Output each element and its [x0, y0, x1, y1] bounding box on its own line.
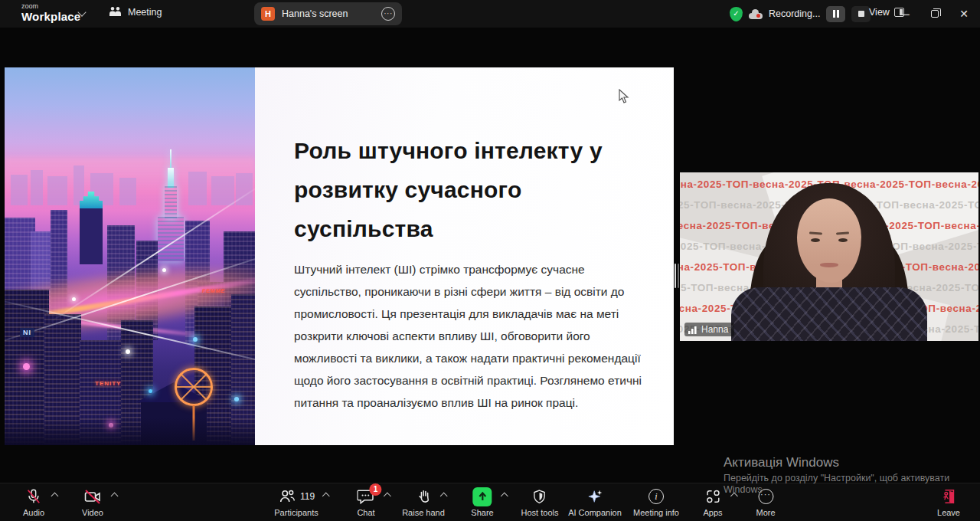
recording-status-label: Recording... — [769, 8, 820, 19]
mouse-cursor — [619, 89, 629, 104]
chat-label: Chat — [357, 508, 374, 517]
meeting-info-label: Meeting info — [633, 508, 679, 517]
ai-companion-label: AI Companion — [568, 508, 622, 517]
apps-icon — [704, 488, 721, 505]
video-button[interactable]: Video — [82, 487, 103, 517]
close-button[interactable]: ✕ — [949, 0, 978, 28]
view-label: View — [869, 7, 890, 18]
audio-button[interactable]: Audio — [23, 487, 44, 517]
meeting-toolbar: Audio Video 119 — [0, 483, 980, 521]
meeting-info-button[interactable]: i Meeting info — [633, 487, 679, 517]
leave-label: Leave — [937, 508, 960, 517]
ferris-wheel-structure — [175, 368, 213, 406]
info-icon: i — [648, 489, 664, 504]
network-signal-icon — [688, 326, 698, 334]
audio-label: Audio — [23, 508, 44, 517]
stop-recording-button[interactable] — [851, 6, 871, 22]
ai-companion-button[interactable]: AI Companion — [568, 487, 622, 517]
host-tools-shield-icon — [532, 488, 547, 505]
slide-title: Роль штучного інтелекту у розвитку сучас… — [294, 131, 631, 248]
minimize-button[interactable]: ─ — [891, 0, 920, 28]
participant-person — [680, 172, 978, 341]
participant-name-tag: Hanna — [684, 323, 734, 336]
more-label: More — [756, 508, 775, 517]
share-options-chevron[interactable] — [501, 493, 508, 500]
tab-meeting[interactable]: Meeting — [109, 6, 162, 18]
title-bar: zoom Workplace Meeting H Hanna's screen … — [0, 0, 980, 28]
building-sign: FEMME — [202, 288, 226, 293]
leave-button[interactable]: Leave — [937, 487, 960, 517]
maximize-button[interactable] — [920, 0, 949, 28]
zoom-meeting-window: zoom Workplace Meeting H Hanna's screen … — [0, 0, 980, 521]
security-shield-icon[interactable]: ✓ — [730, 7, 743, 21]
slide-body-text: Штучний інтелект (ШІ) стрімко трансформу… — [294, 258, 650, 414]
apps-label: Apps — [703, 508, 722, 517]
participants-label: Participants — [274, 508, 318, 517]
tab-meeting-label: Meeting — [128, 7, 162, 18]
share-button[interactable]: Share — [471, 487, 493, 517]
avatar: H — [261, 7, 275, 21]
chat-unread-badge: 1 — [370, 483, 382, 496]
more-ellipsis-icon: ··· — [758, 489, 773, 504]
chat-options-chevron[interactable] — [384, 493, 391, 500]
recording-cluster: ✓ Recording... — [730, 0, 871, 28]
participants-options-chevron[interactable] — [322, 493, 330, 500]
video-label: Video — [82, 508, 103, 517]
host-tools-label: Host tools — [521, 508, 559, 517]
audio-options-chevron[interactable] — [51, 493, 59, 500]
share-screen-icon — [472, 487, 492, 506]
participants-button[interactable]: 119 Participants — [274, 487, 318, 517]
raise-hand-options-chevron[interactable] — [440, 493, 448, 500]
skyscraper-tower — [158, 149, 184, 261]
raised-hand-icon — [416, 488, 431, 505]
panel-drag-handle[interactable] — [675, 264, 680, 288]
apps-button[interactable]: Apps — [703, 487, 722, 517]
tab-hannas-screen[interactable]: H Hanna's screen ··· — [254, 2, 402, 25]
participant-video-tile[interactable]: весна-2025-ТОП-весна-2025-ТОП-весна-2025… — [680, 172, 978, 341]
cloud-recording-icon — [749, 9, 763, 19]
building-sign: NI — [20, 328, 34, 337]
building-sign: TENITY — [95, 380, 121, 387]
apps-options-chevron[interactable] — [730, 493, 738, 500]
microphone-muted-icon — [25, 488, 42, 505]
participants-count: 119 — [300, 491, 315, 502]
logo-workplace-text: Workplace — [21, 10, 80, 23]
chat-button[interactable]: 1 Chat — [357, 487, 374, 517]
more-button[interactable]: ··· More — [756, 487, 775, 517]
pause-recording-button[interactable] — [826, 6, 845, 22]
zoom-workplace-logo: zoom Workplace — [21, 3, 80, 23]
logo-zoom-text: zoom — [21, 3, 80, 10]
host-tools-button[interactable]: Host tools — [521, 487, 559, 517]
city-skyline-image: NI TENITY FEMME — [5, 67, 255, 445]
participants-icon — [278, 488, 296, 505]
video-options-chevron[interactable] — [111, 493, 119, 500]
leave-door-icon — [939, 488, 958, 505]
tab-options-icon[interactable]: ··· — [381, 7, 395, 21]
ai-companion-sparkle-icon — [586, 488, 603, 505]
participant-name-label: Hanna — [701, 324, 728, 335]
tab-hannas-screen-label: Hanna's screen — [282, 8, 381, 19]
raise-hand-button[interactable]: Raise hand — [402, 487, 445, 517]
plaid-shirt — [731, 287, 927, 341]
meeting-stage: NI TENITY FEMME Роль штучного інтелекту … — [0, 28, 980, 483]
shared-screen-slide: NI TENITY FEMME Роль штучного інтелекту … — [5, 67, 674, 445]
people-group-icon — [109, 6, 122, 18]
raise-hand-label: Raise hand — [402, 508, 445, 517]
share-label: Share — [471, 508, 493, 517]
camera-muted-icon — [83, 488, 102, 505]
